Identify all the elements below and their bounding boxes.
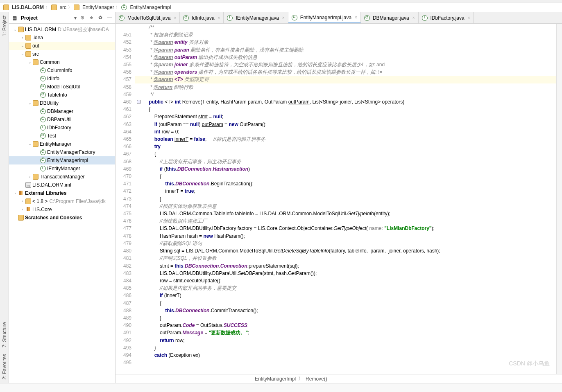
tree-item[interactable]: DBManager [9, 107, 115, 115]
icc-icon [40, 68, 46, 73]
icf-icon [25, 43, 31, 49]
icf-icon [33, 59, 39, 65]
icc-icon [40, 108, 46, 114]
ici-icon [40, 166, 46, 171]
icc-icon [40, 76, 46, 81]
tree-item[interactable]: DBParaUtil [9, 115, 115, 124]
status-bar [0, 383, 562, 392]
crumb-item[interactable]: EntityManager [82, 5, 114, 10]
icc-icon [40, 133, 46, 139]
editor-tab[interactable]: DBManager.java× [361, 12, 419, 23]
error-stripe[interactable] [556, 24, 562, 374]
icf-icon [33, 141, 39, 147]
ici-icon [40, 125, 46, 131]
chevron-right-icon: 〉 [116, 5, 120, 10]
gear-icon[interactable]: ✿ [97, 15, 104, 21]
editor-tab[interactable]: ModelToSqlUtil.java× [116, 12, 180, 23]
close-icon[interactable]: × [218, 16, 220, 20]
tree-item[interactable]: ›External Libraries [9, 189, 115, 197]
navigation-bar: LIS.DAL.ORM 〉 src 〉 EntityManager 〉 Enti… [0, 2, 562, 12]
tree-item[interactable]: Test [9, 132, 115, 140]
tree-item[interactable]: EntityManagerImpl [9, 156, 115, 164]
folder-icon [74, 5, 79, 10]
crumb-class[interactable]: EntityManagerImpl [255, 376, 296, 382]
icc-icon [40, 84, 46, 90]
tree-item[interactable]: IEntityManager [9, 164, 115, 173]
folder-icon [3, 5, 9, 10]
crumb-item[interactable]: src [60, 5, 66, 10]
chevron-right-icon: 〉 [298, 375, 303, 382]
icc-icon [40, 149, 46, 155]
close-icon[interactable]: × [355, 15, 357, 20]
icl-icon [25, 207, 31, 212]
chevron-right-icon: 〉 [45, 5, 50, 10]
tree-item[interactable]: ⌄src [9, 50, 115, 58]
tree-item[interactable]: ⌄out [9, 42, 115, 50]
class-icon [121, 5, 127, 10]
editor-breadcrumb: EntityManagerImpl 〉 Remove() [116, 374, 562, 383]
icf-icon [25, 198, 31, 204]
code-editor[interactable]: /** * 根据条件删除记录 * @param entity 实体对象 * @p… [135, 24, 556, 374]
close-icon[interactable]: × [468, 16, 470, 20]
icf-icon [25, 51, 31, 57]
close-icon[interactable]: × [412, 16, 415, 20]
locate-button[interactable]: ⊕ [79, 15, 86, 21]
tree-item[interactable]: Scratches and Consoles [9, 214, 115, 222]
editor-tab[interactable]: IEntityManager.java× [224, 12, 288, 23]
project-panel: ▤ Project ▾ ⊕ ≑ ✿ — ⌄LIS.DAL.ORM D:\JBas… [9, 12, 116, 383]
editor-tab[interactable]: EntityManagerImpl.java× [288, 12, 361, 23]
expand-button[interactable]: ≑ [88, 15, 95, 21]
project-title: Project [21, 15, 72, 21]
tree-item[interactable]: ⌄Common [9, 58, 115, 66]
crumb-item[interactable]: EntityManagerImpl [130, 5, 171, 10]
tree-item[interactable]: ⌄EntityManager [9, 140, 115, 148]
tree-item[interactable]: ›TransactionManager [9, 173, 115, 181]
crumb-item[interactable]: LIS.DAL.ORM [12, 5, 44, 10]
tree-item[interactable]: EntityManagerFactory [9, 148, 115, 156]
crumb-method[interactable]: Remove() [306, 376, 327, 382]
tree-item[interactable]: LIS.DAL.ORM.iml [9, 181, 115, 189]
icf-icon [33, 100, 39, 106]
chevron-down-icon[interactable]: ▾ [74, 15, 77, 21]
icf-icon [25, 35, 31, 41]
watermark: CSDN @小乌鱼 [509, 360, 550, 367]
tree-item[interactable]: ModelToSqlUtil [9, 83, 115, 91]
favorites-tool-button[interactable]: 2: Favorites [2, 351, 7, 383]
left-gutter: 1: Project 7: Structure 2: Favorites [0, 12, 9, 383]
folder-icon [51, 5, 57, 10]
tree-item[interactable]: ›< 1.8 > C:\Program Files\Java\jdk [9, 197, 115, 205]
line-gutter: 4514524534544554564574584594604614624634… [116, 24, 135, 374]
project-icon: ▤ [11, 15, 17, 21]
project-tool-button[interactable]: 1: Project [2, 12, 7, 40]
icc-icon [40, 92, 46, 98]
chevron-right-icon: 〉 [68, 5, 72, 10]
icl-icon [18, 190, 24, 196]
icc-icon [40, 158, 46, 163]
close-icon[interactable]: × [282, 16, 285, 20]
tree-item[interactable]: ›.idea [9, 34, 115, 42]
tree-item[interactable]: ⌄LIS.DAL.ORM D:\JBase提交\jbase\DA [9, 25, 115, 34]
structure-tool-button[interactable]: 7: Structure [2, 319, 7, 351]
close-icon[interactable]: × [174, 16, 176, 20]
tree-item[interactable]: IDbFactory [9, 124, 115, 132]
hide-button[interactable]: — [106, 15, 113, 21]
icf-icon [18, 27, 24, 32]
icf-icon [33, 174, 39, 180]
editor-tabs[interactable]: ModelToSqlUtil.java×IdInfo.java×IEntityM… [116, 12, 562, 24]
icm-icon [25, 182, 31, 188]
editor-tab[interactable]: IdInfo.java× [180, 12, 224, 23]
tree-item[interactable]: ⌄DBUtility [9, 99, 115, 107]
icf-icon [18, 215, 24, 221]
icc-icon [40, 117, 46, 122]
tree-item[interactable]: IdInfo [9, 74, 115, 83]
editor-tab[interactable]: IDbFactory.java× [419, 12, 474, 23]
project-tree[interactable]: ⌄LIS.DAL.ORM D:\JBase提交\jbase\DA›.idea⌄o… [9, 24, 115, 383]
tree-item[interactable]: ColumnInfo [9, 66, 115, 74]
tree-item[interactable]: ›LIS.Core [9, 205, 115, 214]
tree-item[interactable]: TableInfo [9, 91, 115, 99]
